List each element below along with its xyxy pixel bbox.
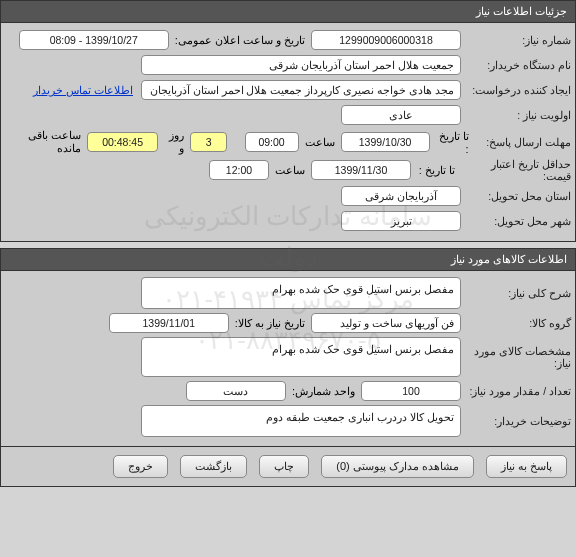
creator-label: ایجاد کننده درخواست: [461,84,571,96]
to-date-label: تا تاریخ : [430,130,475,155]
announce-label: تاریخ و ساعت اعلان عمومی: [169,34,311,47]
buyer-value: جمعیت هلال احمر استان آذربایجان شرقی [141,55,461,75]
notes-value: تحویل کالا دردرب انباری جمعیت طبقه دوم [141,405,461,437]
time-label-2: ساعت [269,164,311,177]
desc-label: شرح کلی نیاز: [461,287,571,299]
desc-value: مفصل برنس استیل قوی حک شده بهرام [141,277,461,309]
buyer-label: نام دستگاه خریدار: [461,59,571,71]
need-info-body: شماره نیاز: 1299009006000318 تاریخ و ساع… [0,23,576,242]
number-label: شماره نیاز: [461,34,571,46]
days-unit: روز و [158,129,190,155]
days-value: 3 [190,132,227,152]
group-label: گروه کالا: [461,317,571,329]
group-value: فن آوریهای ساخت و تولید [311,313,461,333]
qty-value: 100 [361,381,461,401]
need-info-header: جزئیات اطلاعات نیاز [0,0,576,23]
validity-date: 1399/11/30 [311,160,411,180]
remain-time: 00:48:45 [87,132,159,152]
goods-info-header: اطلاعات کالاهای مورد نیاز [0,248,576,271]
deadline-label: مهلت ارسال پاسخ: [475,136,571,148]
respond-button[interactable]: پاسخ به نیاز [486,455,567,478]
announce-value: 1399/10/27 - 08:09 [19,30,169,50]
attachments-button[interactable]: مشاهده مدارک پیوستی (0) [321,455,474,478]
priority-value: عادی [341,105,461,125]
validity-label: حداقل تاریخ اعتبار قیمت: [461,158,571,182]
unit-label: واحد شمارش: [286,385,361,398]
time-label-1: ساعت [299,136,341,149]
need-by-value: 1399/11/01 [109,313,229,333]
priority-label: اولویت نیاز : [461,109,571,121]
button-bar: پاسخ به نیاز مشاهده مدارک پیوستی (0) چاپ… [0,447,576,487]
remain-label: ساعت باقی مانده [5,129,87,155]
print-button[interactable]: چاپ [259,455,309,478]
exit-button[interactable]: خروج [113,455,168,478]
back-button[interactable]: بازگشت [180,455,247,478]
province-value: آذربایجان شرقی [341,186,461,206]
goods-info-body: شرح کلی نیاز: مفصل برنس استیل قوی حک شده… [0,271,576,447]
validity-to-label: تا تاریخ : [411,164,461,177]
city-label: شهر محل تحویل: [461,215,571,227]
spec-label: مشخصات کالای مورد نیاز: [461,345,571,369]
city-value: تبریز [341,211,461,231]
need-by-label: تاریخ نیاز به کالا: [229,317,311,330]
notes-label: توضیحات خریدار: [461,415,571,427]
province-label: استان محل تحویل: [461,190,571,202]
spec-value: مفصل برنس استیل قوی حک شده بهرام [141,337,461,377]
contact-link[interactable]: اطلاعات تماس خریدار [33,84,133,96]
qty-label: تعداد / مقدار مورد نیاز: [461,385,571,397]
validity-time: 12:00 [209,160,269,180]
to-time-value: 09:00 [245,132,299,152]
number-value: 1299009006000318 [311,30,461,50]
unit-value: دست [186,381,286,401]
creator-value: مجد هادی خواجه نصیری کارپرداز جمعیت هلال… [141,80,461,100]
to-date-value: 1399/10/30 [341,132,430,152]
